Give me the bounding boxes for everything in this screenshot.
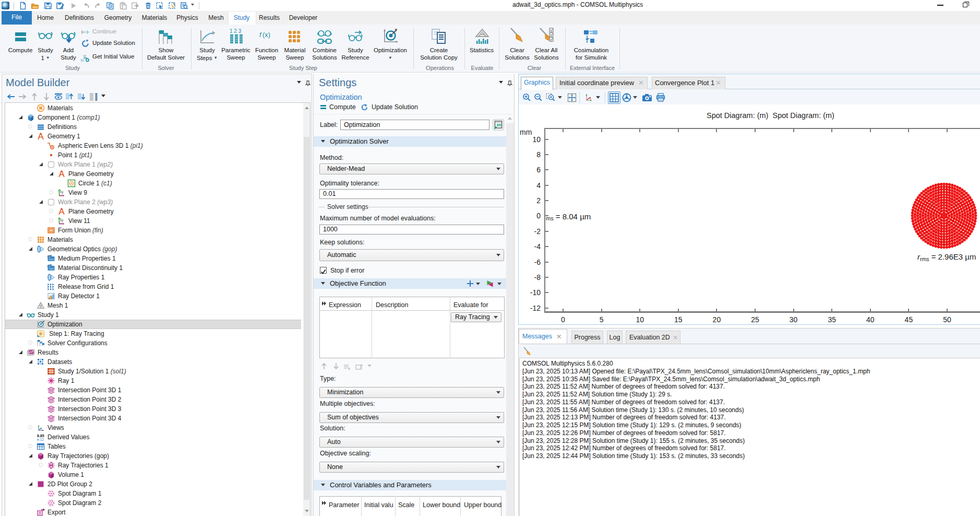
svg-text:t=: t= [81, 58, 84, 62]
svg-text:xy: xy [60, 218, 64, 222]
svg-text:8.85: 8.85 [37, 434, 44, 438]
svg-text:e-12: e-12 [37, 438, 44, 441]
svg-text:u: u [83, 53, 86, 58]
svg-text:xy: xy [60, 190, 64, 194]
svg-text:1 2 3: 1 2 3 [230, 28, 242, 34]
svg-text:D: D [49, 255, 51, 259]
svg-text:f: f [259, 31, 262, 39]
svg-text:D: D [49, 265, 51, 268]
svg-text:(x): (x) [262, 31, 270, 39]
svg-text:!: ! [50, 296, 51, 299]
